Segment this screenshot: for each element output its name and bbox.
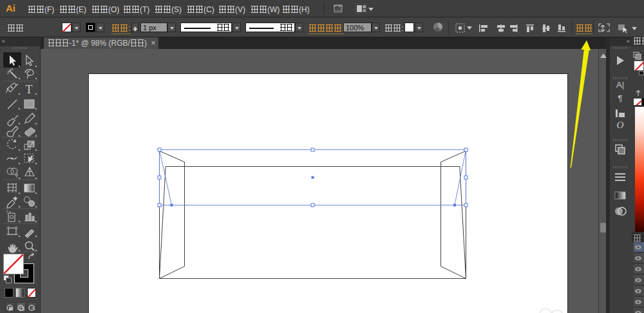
svg-text:T: T bbox=[26, 83, 33, 96]
